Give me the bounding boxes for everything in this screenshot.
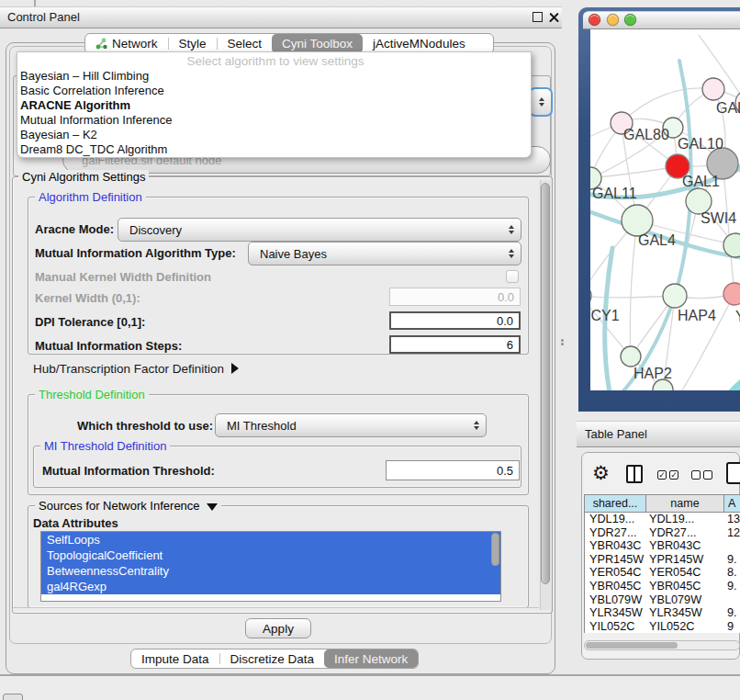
which-threshold-combo[interactable]: MI Threshold [215, 413, 487, 437]
algorithm-combo-spinner[interactable] [529, 87, 553, 117]
mi-type-combo[interactable]: Naive Bayes [248, 242, 521, 265]
attribute-item[interactable]: TopologicalCoefficient [41, 548, 500, 563]
table-row[interactable]: YBR043CYBR043C [585, 539, 740, 553]
control-panel-titlebar[interactable] [0, 6, 562, 28]
dropdown-item[interactable]: Bayesian – K2 [17, 128, 531, 142]
dropdown-item[interactable]: Bayesian – Hill Climbing [17, 69, 531, 84]
dpi-tolerance-label: DPI Tolerance [0,1]: [35, 314, 145, 331]
dropdown-item[interactable]: Dream8 DC_TDC Algorithm [17, 142, 531, 157]
table-row[interactable]: YBL079WYBL079W [585, 593, 740, 607]
column-header-partial[interactable]: A [724, 495, 740, 512]
tab-infer-network[interactable]: Infer Network [324, 649, 418, 668]
dpi-tolerance-value: 0.0 [497, 314, 513, 328]
tab-impute-data[interactable]: Impute Data [131, 649, 219, 668]
sources-group-title[interactable]: Sources for Network Inference [35, 499, 221, 514]
threshold-definition-title: Threshold Definition [35, 388, 149, 402]
tab-network[interactable]: Network [85, 34, 168, 53]
expand-right-icon[interactable] [231, 363, 239, 374]
attributes-scrollbar-thumb[interactable] [491, 533, 499, 566]
control-panel-title: Control Panel [7, 9, 80, 26]
node-gal4[interactable] [622, 205, 653, 236]
attribute-item[interactable]: BetweennessCentrality [41, 563, 500, 579]
label-hap2: HAP2 [633, 366, 672, 381]
column-header-name[interactable]: name [646, 495, 724, 512]
zoom-traffic-light[interactable] [624, 14, 636, 26]
settings-scrollbar-thumb[interactable] [541, 183, 550, 584]
float-window-icon[interactable] [533, 12, 543, 22]
node-hap4[interactable] [663, 284, 687, 308]
kernel-width-label: Kernel Width (0,1): [35, 290, 140, 307]
panel-splitter-grip[interactable] [559, 338, 565, 349]
screen: Control Panel galFiltered.sif default no… [0, 0, 740, 700]
hub-transcription-label: Hub/Transcription Factor Definition [33, 362, 224, 376]
sources-title-label: Sources for Network Inference [39, 499, 200, 513]
aracne-mode-combo[interactable]: Discovery [118, 218, 521, 242]
bottom-area [0, 676, 740, 700]
kernel-width-field[interactable]: 0.0 [389, 288, 521, 306]
dropdown-item[interactable]: Basic Correlation Inference [17, 84, 531, 98]
dropdown-placeholder: Select algorithm to view settings [17, 54, 531, 69]
dpi-tolerance-field[interactable]: 0.0 [389, 311, 521, 330]
table-row[interactable]: YDL19...YDL19...13 [585, 513, 740, 526]
kernel-width-value: 0.0 [498, 290, 514, 304]
table-header: shared... name A [584, 494, 740, 513]
manual-kernel-checkbox[interactable] [506, 270, 519, 283]
column-header-partial-label: A [728, 497, 735, 510]
apply-button[interactable]: Apply [245, 618, 311, 638]
split-columns-icon[interactable] [626, 465, 643, 483]
network-canvas[interactable]: GAL GAL80 GAL10 GAL1 GAL11 SWI4 GAL4 GCY… [590, 29, 740, 390]
table-row[interactable]: YIL052CYIL052C9 [585, 620, 740, 633]
aracne-mode-label: Aracne Mode: [35, 221, 114, 238]
which-threshold-value: MI Threshold [227, 419, 297, 433]
bottom-tabbar: Impute Data Discretize Data Infer Networ… [130, 649, 419, 669]
manual-kernel-label: Manual Kernel Width Definition [35, 269, 211, 286]
label-swi4: SWI4 [701, 210, 736, 226]
collapse-down-icon[interactable] [207, 503, 218, 511]
table-row[interactable]: YER054CYER054C8. [585, 566, 740, 580]
algorithm-definition-title: Algorithm Definition [35, 190, 146, 205]
node-salmon-right[interactable] [723, 283, 740, 305]
select-all-checked-icon[interactable]: ✓✓ [657, 470, 678, 480]
dropdown-item[interactable]: Mutual Information Inference [17, 113, 531, 128]
partial-button-bottom-left[interactable] [3, 694, 23, 700]
column-header-shared-name[interactable]: shared... [585, 495, 646, 512]
mi-steps-field[interactable]: 6 [389, 335, 521, 354]
mi-threshold-field[interactable]: 0.5 [386, 460, 520, 480]
minimize-traffic-light[interactable] [607, 14, 619, 26]
tab-select-label: Select [228, 37, 263, 51]
table-hscrollbar-thumb[interactable] [586, 642, 678, 649]
attribute-item[interactable]: SelfLoops [41, 532, 500, 548]
tab-network-label: Network [112, 37, 158, 51]
hub-transcription-section[interactable]: Hub/Transcription Factor Definition [33, 361, 239, 378]
dropdown-item-selected[interactable]: ARACNE Algorithm [17, 98, 531, 113]
node-pink-top[interactable] [702, 78, 724, 100]
attribute-item[interactable]: gal4RGexp [41, 579, 500, 594]
mi-threshold-label: Mutual Information Threshold: [42, 463, 215, 480]
column-header-name-label: name [670, 497, 699, 510]
tab-remnant-line [34, 0, 36, 6]
column-header-shared-name-label: shared... [593, 497, 638, 510]
gear-icon[interactable]: ⚙ [592, 463, 610, 482]
tab-style[interactable]: Style [169, 34, 217, 53]
table-row[interactable]: YDR27...YDR27...12 [585, 526, 740, 540]
data-attributes-list[interactable]: SelfLoops TopologicalCoefficient Between… [40, 531, 501, 602]
node-hap2[interactable] [621, 346, 641, 367]
close-icon[interactable] [549, 12, 559, 22]
select-all-unchecked-icon[interactable] [691, 470, 712, 480]
tab-discretize-data[interactable]: Discretize Data [220, 649, 325, 668]
table-row[interactable]: YPR145WYPR145W9. [585, 553, 740, 567]
tab-select[interactable]: Select [218, 34, 273, 53]
table-row[interactable]: YLR345WYLR345W9. [585, 606, 740, 620]
tab-discretize-data-label: Discretize Data [230, 652, 315, 666]
tab-jactivemnodules[interactable]: jActiveMNodules [363, 34, 476, 53]
node-gcy1[interactable] [590, 284, 591, 308]
mi-threshold-group-title: MI Threshold Definition [40, 439, 170, 454]
table-partial-icon[interactable] [726, 462, 740, 484]
close-traffic-light[interactable] [589, 14, 600, 26]
label-gal4: GAL4 [638, 232, 676, 248]
algorithm-dropdown-list: Select algorithm to view settings Bayesi… [17, 51, 532, 158]
which-threshold-label: Which threshold to use: [77, 418, 213, 435]
table-row[interactable]: YBR045CYBR045C9. [585, 580, 740, 593]
table-body[interactable]: YDL19...YDL19...13 YDR27...YDR27...12 YB… [584, 513, 740, 633]
tab-cyni-toolbox[interactable]: Cyni Toolbox [272, 34, 363, 53]
